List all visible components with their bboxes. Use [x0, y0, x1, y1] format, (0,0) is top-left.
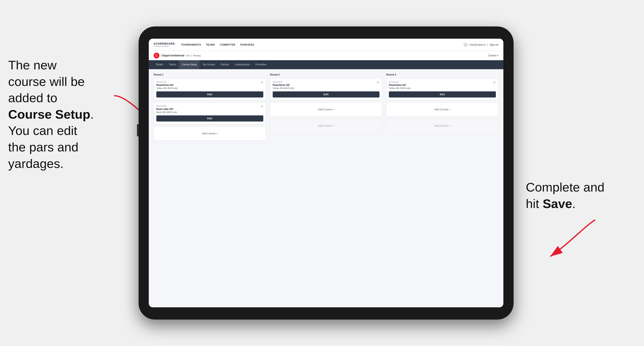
annotation-left-text5: You can edit — [8, 124, 77, 138]
top-nav-links: TOURNAMENTS TEAMS COMMITTEE RANKINGS — [181, 43, 464, 46]
round-1-course-a-delete-icon[interactable]: ⊟ — [260, 80, 264, 84]
round-1-course-b-card: ⊟ (Course B) East Lake GC Black (M) (689… — [154, 102, 266, 124]
event-badge: (Men) — [186, 54, 192, 57]
round-3-course-a-tee: Yellow (M) (6629 yds) — [389, 87, 496, 89]
round-1-course-b-delete-icon[interactable]: ⊟ — [260, 104, 264, 108]
sign-out-link[interactable]: Sign out — [490, 43, 498, 46]
round-2-add-course-disabled-text: Add Course + — [318, 124, 334, 127]
round-1-add-course-button[interactable]: Add Course + — [154, 126, 266, 141]
round-3-course-a-name: Peachtree GC — [389, 83, 496, 86]
nav-tournaments[interactable]: TOURNAMENTS — [181, 43, 201, 46]
user-avatar — [464, 42, 468, 47]
annotation-right-text2: hit — [526, 197, 543, 211]
top-nav: SCOREBOARD Powered by clippd TOURNAMENTS… — [149, 39, 504, 51]
round-1-course-a-card: ⊟ (Course A) Peachtree GC Yellow (M) (66… — [154, 78, 266, 100]
nav-committee[interactable]: COMMITTEE — [220, 43, 236, 46]
round-1-course-a-tee: Yellow (M) (6629 yds) — [156, 87, 263, 89]
tab-bar: Details Teams Course Setup Tee Groups Re… — [149, 60, 504, 69]
round-2-course-a-name: Peachtree GC — [273, 83, 380, 86]
annotation-left-text2: course will be — [8, 74, 85, 89]
annotation-left-period: . — [90, 107, 94, 121]
round-1-add-course-text: Add Course + — [202, 132, 218, 135]
annotation-left-bold: Course Setup — [8, 107, 90, 121]
round-1-course-a-tag: (Course A) — [156, 81, 263, 83]
nav-rankings[interactable]: RANKINGS — [240, 43, 254, 46]
round-2-course-a-card: ⊟ (Course A) Peachtree GC Yellow (M) (66… — [270, 78, 382, 100]
event-status: Hosting — [193, 54, 200, 57]
round-3-add-course-disabled: Add Course + — [386, 119, 498, 133]
annotation-left-text7: yardages. — [8, 157, 64, 171]
round-2-course-a-edit-button[interactable]: Edit — [273, 91, 380, 98]
brand-title: SCOREBOARD — [154, 42, 175, 45]
brand-sub: Powered by clippd — [154, 45, 175, 47]
round-2-course-a-delete-icon[interactable]: ⊟ — [376, 80, 380, 84]
annotation-left-text6: the pars and — [8, 140, 78, 154]
round-1-course-b-tee: Black (M) (6891 yds) — [156, 111, 263, 113]
annotation-right-bold: Save — [543, 197, 572, 211]
round-1-course-a-edit-button[interactable]: Edit — [156, 91, 263, 98]
brand-logo: C — [154, 53, 159, 58]
round-2-add-course-disabled: Add Course + — [270, 119, 382, 133]
round-1-course-a-name: Peachtree GC — [156, 83, 263, 86]
round-3-add-course-button[interactable]: Add Course + — [386, 102, 498, 116]
annotation-right: Complete and hit Save. — [526, 179, 628, 212]
rounds-grid: Round 1 ⊟ (Course A) Peachtree GC Yellow… — [154, 73, 498, 143]
round-2-add-course-text: Add Course + — [318, 108, 334, 111]
arrow-right — [538, 216, 603, 265]
tab-printables[interactable]: Printables — [253, 60, 269, 69]
tab-tee-groups[interactable]: Tee Groups — [200, 60, 218, 69]
round-3-add-course-disabled-text: Add Course + — [434, 124, 450, 127]
tab-leaderboards[interactable]: Leaderboards — [232, 60, 252, 69]
round-2-label: Round 2 — [270, 73, 382, 76]
round-2-course-a-tag: (Course A) — [273, 81, 380, 83]
round-3-column: Round 3 ⊟ (Course A) Peachtree GC Yellow… — [386, 73, 498, 143]
round-2-course-a-tee: Yellow (M) (6629 yds) — [273, 87, 380, 89]
user-email: blair@clippd.io — [470, 43, 486, 46]
round-1-course-b-tag: (Course B) — [156, 105, 263, 107]
round-2-column: Round 2 ⊟ (Course A) Peachtree GC Yellow… — [270, 73, 382, 143]
annotation-left-text1: The new — [8, 58, 57, 72]
sign-out-separator: | — [487, 43, 488, 46]
tab-course-setup[interactable]: Course Setup — [179, 60, 200, 69]
round-3-course-a-edit-button[interactable]: Edit — [389, 91, 496, 98]
annotation-right-text1: Complete and — [526, 180, 604, 194]
top-nav-right: blair@clippd.io | Sign out — [464, 42, 498, 47]
tab-details[interactable]: Details — [153, 60, 166, 69]
round-3-add-course-text: Add Course + — [434, 108, 450, 111]
round-1-label: Round 1 — [154, 73, 266, 76]
event-title: Clippd Invitational — [162, 54, 184, 57]
tab-results[interactable]: Results — [218, 60, 232, 69]
cancel-button[interactable]: Cancel ✕ — [488, 54, 498, 57]
round-3-course-a-tag: (Course A) — [389, 81, 496, 83]
round-1-course-b-name: East Lake GC — [156, 107, 263, 111]
nav-teams[interactable]: TEAMS — [206, 43, 215, 46]
round-3-label: Round 3 — [386, 73, 498, 76]
round-2-add-course-button[interactable]: Add Course + — [270, 102, 382, 116]
round-3-course-a-card: ⊟ (Course A) Peachtree GC Yellow (M) (66… — [386, 78, 498, 100]
round-3-course-a-delete-icon[interactable]: ⊟ — [492, 80, 496, 84]
tablet: SCOREBOARD Powered by clippd TOURNAMENTS… — [138, 26, 514, 320]
tab-teams[interactable]: Teams — [166, 60, 179, 69]
brand: SCOREBOARD Powered by clippd — [154, 42, 175, 47]
round-1-column: Round 1 ⊟ (Course A) Peachtree GC Yellow… — [154, 73, 266, 143]
round-1-course-b-edit-button[interactable]: Edit — [156, 115, 263, 122]
sub-header: C Clippd Invitational (Men) Hosting Canc… — [149, 51, 504, 60]
annotation-right-period: . — [572, 197, 576, 211]
main-content: Round 1 ⊟ (Course A) Peachtree GC Yellow… — [149, 69, 504, 307]
tablet-screen: SCOREBOARD Powered by clippd TOURNAMENTS… — [149, 39, 504, 307]
annotation-left-text3: added to — [8, 91, 57, 105]
